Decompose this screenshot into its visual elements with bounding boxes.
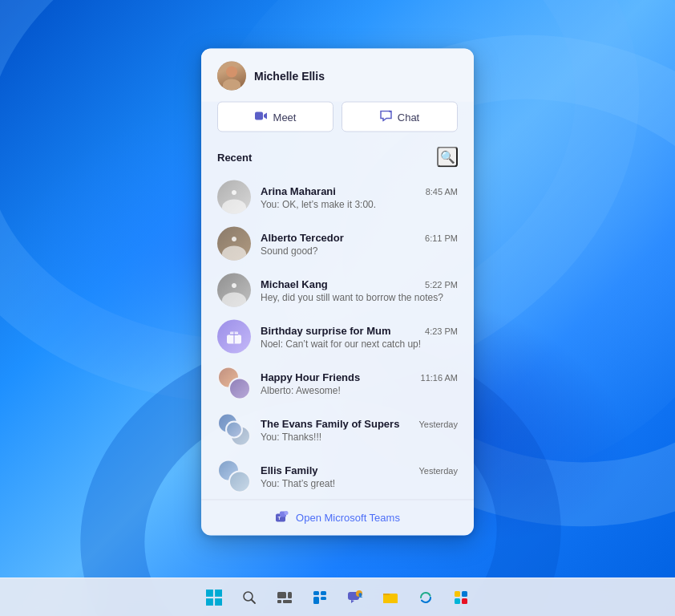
svg-rect-19 — [313, 591, 319, 595]
svg-rect-11 — [206, 598, 213, 606]
open-teams-button[interactable]: T Open Microsoft Teams — [201, 500, 474, 536]
list-item[interactable]: Happy Hour Friends 11:16 AM Alberto: Awe… — [201, 360, 474, 407]
list-item[interactable]: Arina Maharani 8:45 AM You: OK, let’s ma… — [201, 174, 474, 221]
svg-rect-31 — [462, 598, 467, 604]
chat-panel: Michelle Ellis Meet Chat Recent — [201, 49, 474, 536]
svg-rect-22 — [321, 597, 326, 600]
conv-name: Birthday surprise for Mum — [261, 324, 391, 336]
list-item[interactable]: Birthday surprise for Mum 4:23 PM Noel: … — [201, 314, 474, 360]
recent-header: Recent 🔍 — [201, 144, 474, 174]
chat-label: Chat — [398, 111, 419, 123]
svg-rect-0 — [255, 112, 263, 120]
conv-time: 6:11 PM — [425, 233, 458, 242]
file-explorer-button[interactable] — [374, 582, 406, 614]
search-taskbar-button[interactable] — [233, 582, 265, 614]
conv-name: Happy Hour Friends — [261, 371, 360, 383]
widgets-button[interactable] — [304, 582, 336, 614]
svg-text:T: T — [278, 516, 281, 521]
conv-name: Michael Kang — [261, 278, 328, 290]
avatar — [217, 460, 251, 493]
start-button[interactable] — [198, 582, 230, 614]
conv-preview: You: That’s great! — [261, 477, 458, 488]
svg-rect-30 — [455, 598, 460, 604]
avatar — [217, 367, 251, 400]
svg-rect-9 — [206, 590, 213, 597]
svg-rect-29 — [462, 591, 467, 597]
conv-preview: Sound good? — [261, 245, 458, 256]
svg-rect-27 — [383, 595, 398, 603]
svg-rect-21 — [313, 597, 319, 604]
list-item[interactable]: Michael Kang 5:22 PM Hey, did you still … — [201, 267, 474, 314]
recent-label: Recent — [217, 151, 252, 163]
taskview-button[interactable] — [269, 582, 301, 614]
svg-rect-10 — [215, 590, 222, 597]
action-buttons: Meet Chat — [201, 102, 474, 144]
user-avatar — [217, 62, 246, 91]
svg-line-14 — [252, 599, 256, 603]
svg-rect-18 — [283, 600, 292, 603]
svg-rect-28 — [455, 591, 460, 597]
meet-label: Meet — [273, 111, 297, 123]
conv-time: 11:16 AM — [421, 372, 458, 382]
avatar — [217, 320, 251, 354]
conv-preview: Alberto: Awesome! — [261, 384, 458, 395]
user-name: Michelle Ellis — [254, 70, 325, 83]
list-item[interactable]: Alberto Tercedor 6:11 PM Sound good? — [201, 221, 474, 267]
open-teams-label: Open Microsoft Teams — [296, 511, 400, 523]
conv-preview: You: Thanks!!! — [261, 431, 458, 442]
edge-button[interactable] — [410, 582, 442, 614]
conv-name: Alberto Tercedor — [261, 231, 344, 243]
svg-rect-20 — [321, 591, 326, 595]
list-item[interactable]: Ellis Family Yesterday You: That’s great… — [201, 453, 474, 500]
avatar — [217, 413, 251, 447]
meet-button[interactable]: Meet — [217, 102, 333, 132]
svg-rect-16 — [288, 592, 292, 598]
conv-preview: You: OK, let’s make it 3:00. — [261, 198, 458, 209]
conv-preview: Hey, did you still want to borrow the no… — [261, 291, 458, 302]
conv-time: 8:45 AM — [426, 186, 458, 196]
conv-time: 5:22 PM — [425, 279, 458, 289]
avatar — [217, 180, 251, 214]
conv-preview: Noel: Can’t wait for our next catch up! — [261, 338, 458, 349]
conv-time: 4:23 PM — [425, 326, 458, 335]
svg-rect-15 — [277, 592, 286, 598]
svg-rect-17 — [277, 600, 281, 603]
chat-taskbar-button[interactable]: 👤 — [339, 582, 371, 614]
svg-rect-12 — [215, 598, 222, 606]
avatar — [217, 227, 251, 261]
chat-button[interactable]: Chat — [342, 102, 458, 132]
conv-name: Arina Maharani — [261, 184, 336, 197]
teams-icon: T — [275, 510, 289, 525]
chat-icon — [380, 110, 392, 124]
search-icon: 🔍 — [440, 150, 455, 164]
conv-name: Ellis Family — [261, 464, 318, 476]
panel-header: Michelle Ellis — [201, 49, 474, 102]
conv-name: The Evans Family of Supers — [261, 417, 399, 429]
taskbar: 👤 — [0, 578, 675, 616]
conv-time: Yesterday — [418, 419, 458, 428]
list-item[interactable]: The Evans Family of Supers Yesterday You… — [201, 407, 474, 453]
conv-time: Yesterday — [418, 465, 458, 475]
svg-text:👤: 👤 — [358, 591, 363, 598]
conversation-list: Arina Maharani 8:45 AM You: OK, let’s ma… — [201, 174, 474, 500]
svg-point-7 — [285, 511, 289, 515]
video-icon — [255, 111, 268, 124]
search-button[interactable]: 🔍 — [437, 147, 458, 168]
store-button[interactable] — [445, 582, 477, 614]
avatar — [217, 274, 251, 307]
